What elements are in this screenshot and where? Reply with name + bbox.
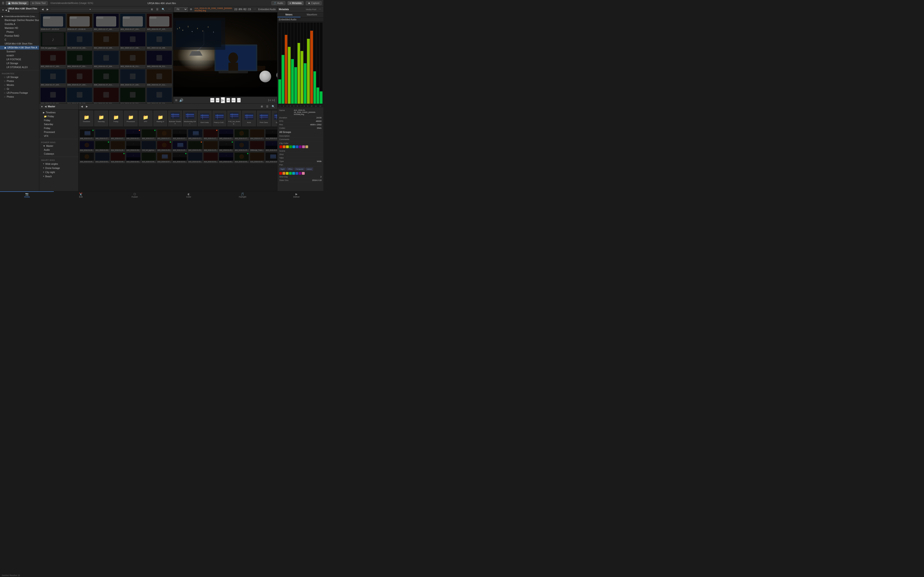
group-chip-purple[interactable] xyxy=(299,172,302,175)
bin-back-btn[interactable]: ◀ xyxy=(80,105,84,108)
footage-clip-42[interactable]: A15_2016-02-05... xyxy=(265,152,277,163)
browser-thumb-17[interactable]: A08_2016-01-27_211... xyxy=(93,69,119,87)
sidebar-fav-lr-storage[interactable]: ☆ LR Storage xyxy=(0,75,39,79)
bin-back-icon[interactable]: ◀ xyxy=(45,105,47,108)
sidebar-item-lr-storage[interactable]: LR Storage xyxy=(0,61,39,65)
capture-tab[interactable]: ⏺ Capture xyxy=(306,1,321,5)
preview-aspect-icon[interactable]: ⊞ xyxy=(175,98,178,102)
browser-thumb-6[interactable]: A01_2015-12-12_183... xyxy=(67,32,92,49)
bin-power-cutaways[interactable]: Cutaways xyxy=(39,152,78,156)
footage-clip-24[interactable]: ♪A01_2016-01-25... xyxy=(219,141,234,152)
sidebar-item-mainteen[interactable]: Mainteen HD xyxy=(0,26,39,30)
tag-office[interactable]: Office xyxy=(287,168,294,171)
footage-clip-35[interactable]: A15_2016-02-07... xyxy=(157,152,172,163)
browser-thumb-4[interactable]: A05_2016-01-27_225... xyxy=(147,13,172,31)
footage-clip-7[interactable]: A03_2016-01-27... xyxy=(188,129,203,140)
group-chip-green[interactable] xyxy=(289,172,292,175)
sidebar-item-lr-storage-alex[interactable]: LR STORAGE ALEX xyxy=(0,65,39,69)
sidebar-item-scratch[interactable]: scratch xyxy=(0,53,39,58)
group-chip-orange[interactable] xyxy=(283,172,285,175)
browser-back-btn[interactable]: ◀ xyxy=(40,7,44,11)
browser-thumb-24[interactable]: A63_2016-01-27_226... xyxy=(147,87,172,103)
footage-clip-31[interactable]: A15_2016-02-05... xyxy=(95,152,110,163)
color-chip-purple[interactable] xyxy=(299,145,302,148)
bin-timeline-9[interactable]: Final (x Col2... xyxy=(213,111,226,126)
browser-thumb-19[interactable]: A08_2016-01-27_211... xyxy=(147,69,172,87)
browser-thumb-3[interactable]: A03_2016-01-27_224... xyxy=(120,13,145,31)
browser-more-btn[interactable]: ⋯ xyxy=(167,7,172,11)
step-back-btn[interactable]: ⬅ xyxy=(216,98,220,103)
bin-expand-icon[interactable]: ▼ xyxy=(40,105,43,108)
footage-clip-18[interactable]: ♪A15_2016-01-28... xyxy=(126,141,141,152)
group-chip-red[interactable] xyxy=(279,172,282,175)
sidebar-item-scenes[interactable]: Scenes!r xyxy=(0,50,39,53)
preview-settings-btn[interactable]: ⚙ xyxy=(189,7,193,11)
sidebar-item-godzilla[interactable]: Godzilla.A xyxy=(0,22,39,26)
footage-clip-38[interactable]: A15_2016-02-03... xyxy=(203,152,218,163)
sidebar-item-photos[interactable]: Photos xyxy=(0,30,39,34)
bin-view-icon-btn[interactable]: ⊞ xyxy=(260,105,264,108)
color-chip-red[interactable] xyxy=(279,145,282,148)
footage-clip-26[interactable]: 8MBunge_Trans... xyxy=(250,141,265,152)
bin-timeline-12[interactable]: First Class xyxy=(257,111,271,126)
footage-clip-34[interactable]: A15_2016-02-06... xyxy=(141,152,156,163)
color-chip-cyan[interactable] xyxy=(292,145,295,148)
bin-fwd-btn[interactable]: ▶ xyxy=(85,105,89,108)
footage-clip-41[interactable]: A15_2016-02-05... xyxy=(250,152,265,163)
browser-thumb-16[interactable]: A08_2016-01-27_204... xyxy=(67,69,92,87)
browser-thumb-12[interactable]: A03_2016-01-27_204... xyxy=(93,50,119,68)
bin-timeline-4[interactable]: 📁VFX xyxy=(139,111,152,126)
footage-clip-40[interactable]: A15_2016-02-05... xyxy=(234,152,249,163)
app-tab-media[interactable]: 📷Media xyxy=(0,191,54,199)
bin-item-processed[interactable]: Friday xyxy=(39,126,78,130)
bin-timeline-2[interactable]: 📁Friday xyxy=(109,111,123,126)
footage-clip-4[interactable]: A03_2016-01-27... xyxy=(141,129,156,140)
bin-item-saturday[interactable]: Friday xyxy=(39,118,78,122)
browser-thumb-8[interactable]: A01_2015-12-17_190... xyxy=(120,32,145,49)
app-tab-fusion[interactable]: ⬡Fusion xyxy=(108,191,162,199)
group-chip-cyan[interactable] xyxy=(292,172,295,175)
browser-thumb-7[interactable]: A01_2015-12-12_195... xyxy=(93,32,119,49)
tab-meters[interactable]: Meters xyxy=(278,13,300,17)
preview-audio-icon[interactable]: 🔊 xyxy=(179,98,183,102)
color-chip-pink[interactable] xyxy=(302,145,305,148)
tag-computer[interactable]: Computer xyxy=(294,168,305,171)
footage-clip-3[interactable]: ♪A08_2016-04-22... xyxy=(126,129,141,140)
footage-clip-19[interactable]: 218_full_jpg/ima... xyxy=(141,141,156,152)
app-tab-deliver[interactable]: ▶Deliver xyxy=(270,191,323,199)
metadata-tab[interactable]: ≡ Metadata xyxy=(288,1,304,5)
browser-thumb-9[interactable]: A01_2015-12-12_195... xyxy=(147,32,172,49)
app-tab-fairlight[interactable]: 🎵Fairlight xyxy=(215,191,269,199)
bin-smart-wide[interactable]: ⌖ Wide angles xyxy=(39,162,78,166)
bin-item-timelines[interactable]: ▶ Timelines xyxy=(39,111,78,114)
bin-timeline-6[interactable]: BsAnda Timeline xyxy=(168,111,182,126)
footage-clip-9[interactable]: ♪A03_2016-04-27... xyxy=(219,129,234,140)
browser-thumb-21[interactable]: A14_2016-01-28_215... xyxy=(67,87,92,103)
bin-power-audio[interactable]: Audio xyxy=(39,148,78,152)
sidebar-item-blackmagic[interactable]: Blackmagic DaVinci Resolve Studio xyxy=(0,18,39,22)
browser-thumb-5[interactable]: ♪218_full_jpg/image_... xyxy=(40,32,66,49)
sidebar-item-ursa2[interactable]: ▶ URSA Mini 4.6K Short Film A xyxy=(0,46,39,50)
sidebar-toggle-icon[interactable]: ▼ xyxy=(2,9,4,11)
bin-timeline-10[interactable]: FX6_full_flowing... xyxy=(227,111,241,126)
group-chip-yellow[interactable] xyxy=(286,172,289,175)
footage-clip-10[interactable]: A03_2016-01-27... xyxy=(234,129,249,140)
sidebar-fav-photos[interactable]: ☆ Photos xyxy=(0,79,39,83)
menu-icon[interactable]: ☰ xyxy=(2,2,4,5)
view-grid-btn[interactable]: ⊞ xyxy=(150,7,154,11)
footage-clip-32[interactable]: A15_2016-02-06... xyxy=(110,152,125,163)
browser-thumb-2[interactable]: A01_2015-12-17_182... xyxy=(93,13,119,31)
footage-clip-2[interactable]: A01_2016-01-27... xyxy=(110,129,125,140)
color-chip-orange[interactable] xyxy=(283,145,286,148)
sidebar-item-lr-footage[interactable]: LR FOOTAGE xyxy=(0,58,39,61)
bin-timeline-11[interactable]: Acne xyxy=(242,111,256,126)
footage-clip-8[interactable]: A03_2016-01-27... xyxy=(203,129,218,140)
footage-clip-25[interactable]: A01_2016-01-25... xyxy=(234,141,249,152)
footage-clip-21[interactable]: A03_2016-01-25... xyxy=(172,141,187,152)
color-chip-green[interactable] xyxy=(289,145,292,148)
footage-clip-0[interactable]: A08_2016-01-27... xyxy=(79,129,94,140)
sidebar-item-c[interactable]: C xyxy=(0,38,39,42)
bin-item-making[interactable]: VFX xyxy=(39,134,78,138)
sidebar-fav-gr[interactable]: ☆ Gr xyxy=(0,87,39,91)
audio-tab[interactable]: 🎵 Audio xyxy=(271,1,285,5)
